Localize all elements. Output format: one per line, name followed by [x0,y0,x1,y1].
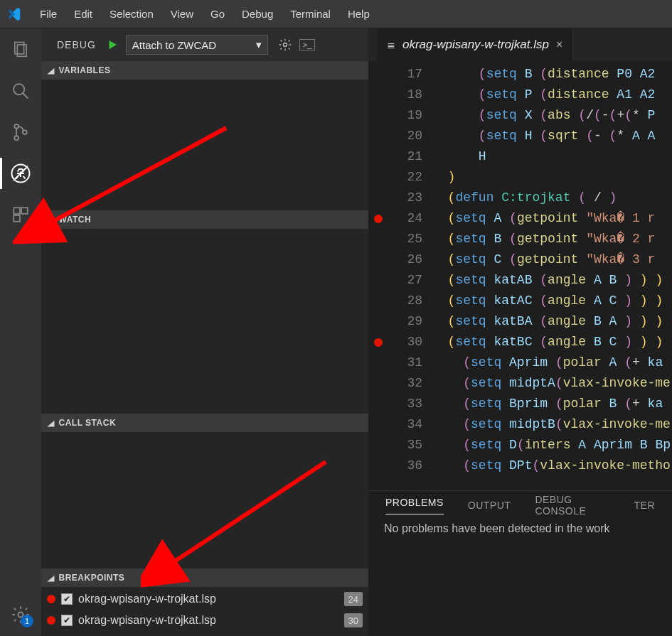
debug-settings-icon[interactable] [278,38,292,52]
debug-config-select[interactable]: Attach to ZWCAD ▾ [126,35,268,55]
menu-item-edit[interactable]: Edit [65,5,101,23]
breakpoint-checkbox[interactable]: ✔ [61,593,73,605]
start-debug-button[interactable] [106,38,119,51]
debug-console-icon[interactable]: >_ [299,39,316,50]
extensions-icon[interactable] [6,200,35,229]
source-control-icon[interactable] [6,118,35,146]
explorer-icon[interactable] [6,36,35,64]
breakpoint-dot-icon [47,616,55,625]
breakpoint-glyph-icon[interactable] [374,338,383,347]
menu-item-go[interactable]: Go [202,5,233,23]
code-line[interactable]: (setq Aprim (polar A (+ ka [432,352,671,373]
code-line[interactable]: (setq B (distance P0 A2 [432,64,671,85]
code-line[interactable]: (defun C:trojkat ( / ) [432,188,671,208]
svg-rect-10 [21,207,28,214]
debug-config-name: Attach to ZWCAD [132,39,216,51]
collapse-icon: ◢ [48,574,55,582]
svg-point-13 [283,43,287,47]
code-line[interactable]: (setq D(inters A Aprim B Bp [432,435,671,456]
panel-tab-ter[interactable]: TER [634,500,656,511]
breakpoint-line: 24 [344,592,363,606]
variables-section-header[interactable]: ◢VARIABLES [41,61,368,80]
line-number[interactable]: 26 [368,249,422,270]
code-line[interactable]: (setq DPt(vlax-invoke-metho [432,456,671,476]
problems-message: No problems have been detected in the wo… [368,519,672,538]
code-line[interactable]: (setq P (distance A1 A2 [432,85,671,105]
line-number[interactable]: 29 [368,311,422,332]
code-line[interactable]: (setq H (sqrt (- (* A A [432,126,671,146]
line-number[interactable]: 28 [368,291,422,311]
vscode-logo-icon [4,4,24,24]
code-line[interactable]: (setq X (abs (/(-(+(* P [432,105,671,126]
line-number[interactable]: 19 [368,105,422,126]
svg-point-4 [14,124,18,129]
code-line[interactable]: (setq B (getpoint "Wka� 2 r [432,229,671,249]
editor-tab-bar: ≣ okrag-wpisany-w-trojkat.lsp × [368,28,672,61]
svg-point-2 [14,84,24,95]
debug-icon[interactable] [6,159,35,188]
code-line[interactable]: (setq katBA (angle B A ) ) ) [432,311,671,332]
breakpoint-glyph-icon[interactable] [374,215,383,223]
line-number[interactable]: 22 [368,167,422,188]
panel-tab-output[interactable]: OUTPUT [468,500,511,511]
line-number[interactable]: 25 [368,229,422,249]
breakpoints-section-header[interactable]: ◢BREAKPOINTS [41,568,368,587]
svg-rect-9 [14,207,20,214]
menu-item-terminal[interactable]: Terminal [282,5,339,23]
code-line[interactable]: (setq midptA(vlax-invoke-me [432,373,671,394]
line-number[interactable]: 27 [368,270,422,291]
menu-item-debug[interactable]: Debug [233,5,282,23]
code-line[interactable]: (setq katBC (angle B C ) ) ) [432,332,671,352]
code-line[interactable]: (setq katAB (angle A B ) ) ) [432,270,671,291]
debug-header-label: DEBUG [57,39,96,50]
line-number[interactable]: 36 [368,456,422,476]
line-number[interactable]: 32 [368,373,422,394]
collapse-icon: ◢ [48,216,55,224]
menu-item-selection[interactable]: Selection [101,5,162,23]
menu-item-file[interactable]: File [31,5,65,23]
editor-tab[interactable]: ≣ okrag-wpisany-w-trojkat.lsp × [377,28,573,61]
search-icon[interactable] [6,77,35,105]
code-line[interactable]: (setq midptB(vlax-invoke-me [432,414,671,435]
settings-gear-icon[interactable]: 1 [6,600,35,629]
line-number[interactable]: 34 [368,414,422,435]
watch-label: WATCH [59,215,92,225]
line-number[interactable]: 30 [368,332,422,352]
code-line[interactable]: (setq A (getpoint "Wka� 1 r [432,208,671,229]
menu-item-view[interactable]: View [162,5,202,23]
line-number[interactable]: 24 [368,208,422,229]
close-tab-icon[interactable]: × [556,38,562,51]
svg-rect-1 [17,45,26,56]
debug-header: DEBUG Attach to ZWCAD ▾ >_ [41,28,368,61]
line-number[interactable]: 31 [368,352,422,373]
callstack-section-header[interactable]: ◢CALL STACK [41,414,368,432]
line-number[interactable]: 33 [368,394,422,414]
code-line[interactable]: ) [432,167,671,188]
code-line[interactable]: H [432,146,671,167]
breakpoint-row[interactable]: ✔okrag-wpisany-w-trojkat.lsp30 [41,610,368,631]
svg-point-5 [14,136,18,140]
code-editor[interactable]: 1718192021222324252627282930313233343536… [368,61,672,490]
variables-body [41,80,368,210]
svg-point-6 [23,130,27,134]
line-number[interactable]: 23 [368,188,422,208]
panel-tab-debug-console[interactable]: DEBUG CONSOLE [535,494,609,517]
line-number[interactable]: 35 [368,435,422,456]
file-icon: ≣ [387,39,395,50]
line-number[interactable]: 20 [368,126,422,146]
line-number[interactable]: 21 [368,146,422,167]
code-line[interactable]: (setq katAC (angle A C ) ) ) [432,291,671,311]
breakpoint-file: okrag-wpisany-w-trojkat.lsp [78,614,344,627]
code-line[interactable]: (setq C (getpoint "Wka� 3 r [432,249,671,270]
breakpoint-row[interactable]: ✔okrag-wpisany-w-trojkat.lsp24 [41,588,368,610]
panel-tab-problems[interactable]: PROBLEMS [385,497,444,514]
breakpoints-label: BREAKPOINTS [59,573,125,583]
watch-section-header[interactable]: ◢WATCH [41,210,368,229]
svg-line-3 [23,94,28,99]
menu-item-help[interactable]: Help [339,5,378,23]
breakpoint-checkbox[interactable]: ✔ [61,615,73,626]
line-number[interactable]: 17 [368,64,422,85]
breakpoint-dot-icon [47,595,55,603]
code-line[interactable]: (setq Bprim (polar B (+ ka [432,394,671,414]
line-number[interactable]: 18 [368,85,422,105]
